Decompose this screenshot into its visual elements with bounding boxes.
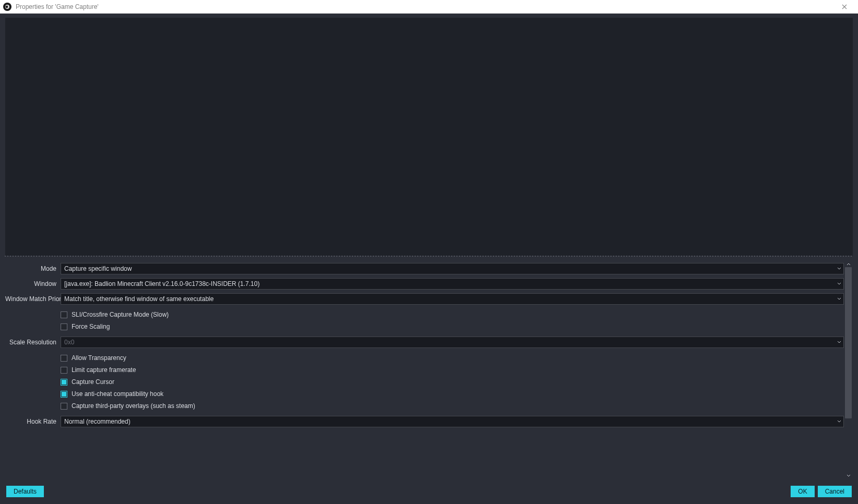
preview-area [5, 18, 853, 256]
caret-down-icon [837, 267, 841, 271]
anti-cheat-hook-checkbox[interactable] [61, 391, 67, 398]
allow-transparency-checkbox[interactable] [61, 355, 67, 362]
ok-button[interactable]: OK [791, 486, 814, 497]
hook-rate-value: Normal (recommended) [64, 418, 131, 425]
scale-resolution-value: 0x0 [64, 339, 74, 346]
scale-resolution-label: Scale Resolution [5, 339, 61, 346]
anti-cheat-hook-label[interactable]: Use anti-cheat compatibility hook [72, 390, 163, 398]
window-match-priority-label: Window Match Priority [5, 295, 61, 303]
window-match-priority-value: Match title, otherwise find window of sa… [64, 295, 214, 303]
scrollbar-thumb[interactable] [845, 267, 852, 418]
cancel-button[interactable]: Cancel [818, 486, 852, 497]
window-select[interactable]: [java.exe]: Badlion Minecraft Client v2.… [61, 278, 844, 290]
scroll-up-icon[interactable] [844, 261, 853, 267]
window-label: Window [5, 280, 61, 287]
mode-select[interactable]: Capture specific window [61, 263, 844, 274]
titlebar: Properties for 'Game Capture' [0, 0, 858, 14]
mode-label: Mode [5, 265, 61, 272]
mode-value: Capture specific window [64, 265, 132, 272]
force-scaling-label[interactable]: Force Scaling [72, 323, 110, 330]
defaults-button[interactable]: Defaults [6, 486, 44, 497]
limit-capture-framerate-checkbox[interactable] [61, 367, 67, 374]
limit-capture-framerate-label[interactable]: Limit capture framerate [72, 366, 136, 374]
sli-crossfire-checkbox[interactable] [61, 311, 67, 318]
obs-logo-icon [3, 3, 11, 11]
third-party-overlays-label[interactable]: Capture third-party overlays (such as st… [72, 402, 195, 410]
third-party-overlays-checkbox[interactable] [61, 403, 67, 410]
hook-rate-select[interactable]: Normal (recommended) [61, 416, 844, 427]
caret-down-icon [837, 340, 841, 344]
dialog-body: Mode Capture specific window Window [jav… [0, 14, 858, 504]
source-preview [5, 18, 853, 256]
allow-transparency-label[interactable]: Allow Transparency [72, 354, 126, 362]
caret-down-icon [837, 282, 841, 286]
scale-resolution-select[interactable]: 0x0 [61, 337, 844, 348]
scroll-down-icon[interactable] [844, 473, 853, 479]
window-title: Properties for 'Game Capture' [16, 3, 99, 10]
caret-down-icon [837, 419, 841, 424]
window-value: [java.exe]: Badlion Minecraft Client v2.… [64, 280, 260, 287]
sli-crossfire-label[interactable]: SLI/Crossfire Capture Mode (Slow) [72, 311, 169, 318]
capture-cursor-label[interactable]: Capture Cursor [72, 378, 114, 386]
window-match-priority-select[interactable]: Match title, otherwise find window of sa… [61, 293, 844, 305]
hook-rate-label: Hook Rate [5, 418, 61, 425]
splitter[interactable] [5, 256, 853, 257]
caret-down-icon [837, 297, 841, 301]
capture-cursor-checkbox[interactable] [61, 379, 67, 386]
properties-form: Mode Capture specific window Window [jav… [5, 261, 853, 479]
close-button[interactable] [834, 0, 855, 14]
force-scaling-checkbox[interactable] [61, 323, 67, 330]
form-scrollbar[interactable] [844, 261, 853, 479]
dialog-button-bar: Defaults OK Cancel [0, 479, 858, 504]
scrollbar-track[interactable] [845, 267, 852, 473]
